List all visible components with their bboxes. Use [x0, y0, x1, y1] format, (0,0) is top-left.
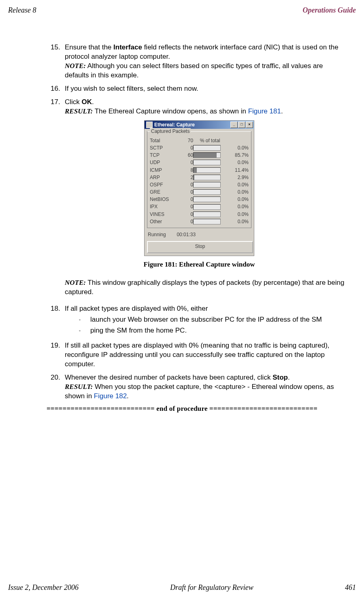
- close-button[interactable]: ×: [246, 122, 253, 128]
- protocol-count: 70: [179, 137, 193, 144]
- stop-button[interactable]: Stop: [147, 241, 253, 253]
- protocol-bar: [193, 181, 227, 188]
- maximize-button[interactable]: □: [238, 122, 245, 128]
- protocol-name: IPX: [150, 203, 179, 210]
- protocol-count: 0: [179, 188, 193, 196]
- table-row: UDP00.0%: [150, 159, 249, 166]
- ok-label: OK: [82, 98, 92, 106]
- figure-link-182[interactable]: Figure 182: [94, 392, 127, 400]
- table-row: ICMP811.4%: [150, 167, 249, 174]
- protocol-bar: [193, 188, 227, 196]
- protocol-name: ARP: [150, 174, 179, 181]
- ethereal-window: Ethereal: Capture _ □ × Captured Packets…: [144, 120, 254, 256]
- footer-issue: Issue 2, December 2006: [8, 583, 79, 592]
- protocol-count: 0: [179, 203, 193, 210]
- note-block: NOTE: This window graphically displays t…: [65, 278, 348, 297]
- table-row: TCP6085.7%: [150, 152, 249, 159]
- protocol-pct: 0.0%: [227, 144, 249, 152]
- step-16: 16. If you wish to select filters, selec…: [51, 84, 348, 94]
- protocol-name: UDP: [150, 159, 179, 166]
- captured-packets-group: Captured Packets Total70% of totalSCTP00…: [147, 131, 251, 228]
- step-number: 15.: [51, 43, 65, 80]
- text: If all packet types are displayed with 0…: [65, 305, 208, 312]
- protocol-name: OSPF: [150, 181, 179, 188]
- text: .: [127, 392, 129, 400]
- bullet-icon: ◦: [79, 315, 90, 325]
- running-time: 00:01:33: [177, 232, 196, 237]
- protocol-name: NetBIOS: [150, 196, 179, 203]
- text: .: [288, 374, 290, 381]
- step-body: If you wish to select filters, select th…: [65, 84, 348, 94]
- minimize-button[interactable]: _: [230, 122, 238, 128]
- result-label: RESULT:: [65, 107, 93, 115]
- step-body: Click OK. RESULT: The Ethereal Capture w…: [65, 98, 348, 116]
- step-number: 16.: [51, 84, 65, 94]
- sub-item: ◦ ping the SM from the home PC.: [79, 326, 348, 335]
- protocol-name: GRE: [150, 188, 179, 196]
- protocol-bar: [193, 144, 227, 152]
- protocol-count: 0: [179, 144, 193, 152]
- table-row: Total70% of total: [150, 137, 249, 144]
- result-label: RESULT:: [65, 383, 93, 391]
- protocol-pct: 0.0%: [227, 188, 249, 196]
- protocol-bar: [193, 159, 227, 166]
- step-number: 20.: [51, 373, 65, 401]
- step-body: If all packet types are displayed with 0…: [65, 304, 348, 337]
- protocol-name: Total: [150, 137, 179, 144]
- protocol-pct: 2.9%: [227, 174, 249, 181]
- interface-label: Interface: [113, 43, 142, 51]
- step-body: Ensure that the Interface field reflects…: [65, 43, 348, 80]
- protocol-count: 2: [179, 174, 193, 181]
- table-row: ARP22.9%: [150, 174, 249, 181]
- protocol-pct: 0.0%: [227, 196, 249, 203]
- page-footer: Issue 2, December 2006 Draft for Regulat…: [8, 583, 356, 592]
- step-19: 19. If still all packet types are displa…: [51, 341, 348, 369]
- protocol-bar: [193, 167, 227, 174]
- running-row: Running 00:01:33: [145, 230, 254, 239]
- table-row: NetBIOS00.0%: [150, 196, 249, 203]
- end-of-procedure: =========================== end of proce…: [8, 405, 356, 413]
- protocol-count: 60: [179, 152, 193, 159]
- protocol-pct: 0.0%: [227, 181, 249, 188]
- protocol-pct: 0.0%: [227, 211, 249, 218]
- footer-draft: Draft for Regulatory Review: [170, 583, 253, 592]
- protocol-count: 0: [179, 159, 193, 166]
- note-label: NOTE:: [65, 279, 86, 286]
- note-label: NOTE:: [65, 62, 86, 70]
- step-number: 17.: [51, 98, 65, 116]
- protocol-count: 0: [179, 218, 193, 225]
- main-content: 15. Ensure that the Interface field refl…: [51, 43, 348, 401]
- table-row: IPX00.0%: [150, 203, 249, 210]
- protocol-pct: 0.0%: [227, 159, 249, 166]
- table-row: OSPF00.0%: [150, 181, 249, 188]
- protocol-bar: [193, 218, 227, 225]
- protocol-bar: [193, 174, 227, 181]
- text: Whenever the desired number of packets h…: [65, 374, 272, 381]
- protocol-bar: [193, 203, 227, 210]
- packet-table: Total70% of totalSCTP00.0%TCP6085.7%UDP0…: [150, 137, 249, 225]
- protocol-name: TCP: [150, 152, 179, 159]
- note-text: Although you can select filters based on…: [65, 62, 323, 79]
- header-guide: Operations Guide: [302, 6, 356, 15]
- protocol-name: SCTP: [150, 144, 179, 152]
- step-body: Whenever the desired number of packets h…: [65, 373, 348, 401]
- protocol-bar: [193, 152, 227, 159]
- figure-link-181[interactable]: Figure 181: [248, 107, 281, 115]
- step-20: 20. Whenever the desired number of packe…: [51, 373, 348, 401]
- protocol-bar: [193, 211, 227, 218]
- window-titlebar: Ethereal: Capture _ □ ×: [145, 121, 254, 129]
- bullet-icon: ◦: [79, 326, 90, 335]
- protocol-name: VINES: [150, 211, 179, 218]
- protocol-count: 0: [179, 196, 193, 203]
- group-title: Captured Packets: [150, 128, 191, 135]
- note-text: This window graphically displays the typ…: [65, 279, 344, 296]
- protocol-count: 8: [179, 167, 193, 174]
- step-17: 17. Click OK. RESULT: The Ethereal Captu…: [51, 98, 348, 116]
- running-label: Running: [148, 232, 166, 237]
- step-18: 18. If all packet types are displayed wi…: [51, 304, 348, 337]
- text: Click: [65, 98, 82, 106]
- stop-label: Stop: [272, 374, 288, 381]
- app-icon: [146, 122, 153, 128]
- header-release: Release 8: [8, 6, 36, 15]
- protocol-name: Other: [150, 218, 179, 225]
